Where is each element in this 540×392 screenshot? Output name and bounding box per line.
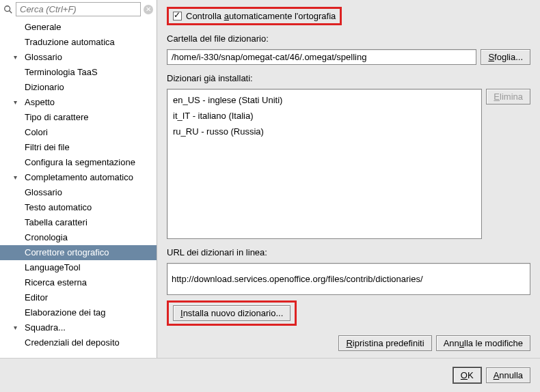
list-item[interactable]: it_IT - italiano (Italia) [173, 108, 476, 124]
tree-item-9[interactable]: Configura la segmentazione [0, 155, 157, 170]
tree-item-3[interactable]: Terminologia TaaS [0, 65, 157, 80]
installed-listbox[interactable]: en_US - inglese (Stati Uniti)it_IT - ita… [167, 89, 482, 239]
list-item[interactable]: en_US - inglese (Stati Uniti) [173, 92, 476, 108]
tree-item-12[interactable]: Testo automatico [0, 200, 157, 215]
clear-search-icon[interactable]: ✕ [144, 5, 153, 14]
dialog-footer: OK Annulla [0, 358, 540, 392]
search-row: ✕ [0, 0, 157, 18]
install-button[interactable]: Installa nuovo dizionario... [173, 305, 291, 321]
install-highlight: Installa nuovo dizionario... [167, 300, 297, 326]
tree-item-21[interactable]: Credenziali del deposito [0, 335, 157, 350]
tree-item-15[interactable]: Correttore ortografico [0, 245, 157, 260]
tree-item-8[interactable]: Filtri dei file [0, 140, 157, 155]
tree-item-19[interactable]: Elaborazione dei tag [0, 305, 157, 320]
installed-label: Dizionari già installati: [167, 73, 530, 83]
svg-line-1 [10, 10, 12, 13]
tree-item-17[interactable]: Ricerca esterna [0, 275, 157, 290]
cancel-button[interactable]: Annulla [486, 367, 530, 383]
restore-defaults-button[interactable]: Ripristina predefiniti [338, 335, 431, 351]
undo-changes-button[interactable]: Annulla le modifiche [436, 335, 530, 351]
browse-button[interactable]: Sfoglia... [481, 49, 530, 65]
delete-button[interactable]: Elimina [486, 89, 530, 104]
tree-item-11[interactable]: Glossario [0, 185, 157, 200]
list-item[interactable]: ru_RU - russo (Russia) [173, 124, 476, 139]
search-input[interactable] [16, 2, 141, 16]
tree-item-2[interactable]: Glossario [0, 50, 157, 65]
svg-point-0 [5, 5, 10, 11]
nav-tree: GeneraleTraduzione automaticaGlossarioTe… [0, 18, 157, 358]
tree-item-0[interactable]: Generale [0, 20, 157, 35]
auto-check-checkbox[interactable] [173, 12, 182, 20]
tree-item-18[interactable]: Editor [0, 290, 157, 305]
tree-item-6[interactable]: Tipo di carattere [0, 110, 157, 125]
tree-item-4[interactable]: Dizionario [0, 80, 157, 95]
tree-item-20[interactable]: Squadra... [0, 320, 157, 335]
main-panel: Controlla automaticamente l'ortografia C… [157, 0, 540, 358]
folder-label: Cartella del file dizionario: [167, 33, 530, 44]
tree-item-7[interactable]: Colori [0, 125, 157, 140]
url-input[interactable] [167, 263, 530, 295]
tree-item-16[interactable]: LanguageTool [0, 260, 157, 275]
tree-item-1[interactable]: Traduzione automatica [0, 35, 157, 50]
auto-check-highlight: Controlla automaticamente l'ortografia [167, 7, 342, 25]
url-label: URL dei dizionari in linea: [167, 247, 530, 257]
ok-button[interactable]: OK [453, 367, 482, 384]
tree-item-5[interactable]: Aspetto [0, 95, 157, 110]
tree-item-10[interactable]: Completamento automatico [0, 170, 157, 185]
folder-input[interactable] [167, 49, 476, 65]
tree-item-13[interactable]: Tabella caratteri [0, 215, 157, 230]
auto-check-label: Controlla automaticamente l'ortografia [186, 11, 336, 21]
sidebar: ✕ GeneraleTraduzione automaticaGlossario… [0, 0, 157, 358]
search-icon [3, 5, 13, 14]
tree-item-14[interactable]: Cronologia [0, 230, 157, 245]
